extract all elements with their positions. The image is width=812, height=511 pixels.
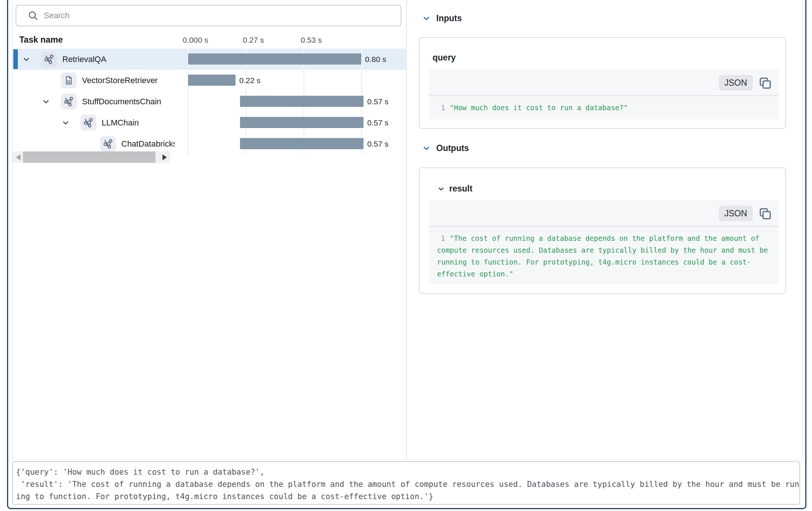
search-input[interactable] (44, 11, 378, 20)
task-row-llmchain[interactable]: LLMChain 0.57 s (13, 112, 407, 133)
inputs-section-header[interactable]: Inputs (422, 13, 462, 23)
chain-icon (80, 115, 96, 131)
line-number: 1 (437, 232, 445, 244)
document-icon (61, 72, 77, 88)
search-icon (27, 10, 39, 21)
result-field-label: result (449, 184, 473, 194)
scrollbar-thumb[interactable] (23, 151, 155, 163)
duration-label: 0.57 s (367, 112, 388, 133)
duration-label: 0.22 s (239, 70, 260, 91)
horizontal-scrollbar[interactable] (13, 151, 170, 163)
chain-icon (41, 51, 57, 67)
raw-output-line: ing to function. For prototyping, t4g.mi… (16, 491, 796, 503)
copy-icon[interactable] (758, 206, 773, 221)
expand-chevron[interactable] (22, 55, 41, 63)
time-tick-2: 0.53 s (300, 36, 322, 45)
time-tick-1: 0.27 s (243, 36, 264, 45)
duration-label: 0.80 s (365, 49, 386, 70)
chevron-down-icon (422, 14, 431, 23)
trace-viewer-panel: Task name 0.000 s 0.27 s 0.53 s (12, 0, 803, 459)
gantt-bar (240, 96, 364, 107)
task-name: ChatDatabricks (121, 139, 175, 149)
inputs-title: Inputs (436, 13, 462, 23)
task-rows: RetrievalQA 0.80 s VectorStoreRetriever … (13, 49, 407, 154)
task-name-column-header: Task name (19, 35, 63, 45)
json-format-button[interactable]: JSON (719, 75, 753, 91)
expand-chevron[interactable] (41, 98, 61, 106)
raw-output-line: 'result': 'The cost of running a databas… (16, 478, 796, 491)
task-name: VectorStoreRetriever (82, 76, 158, 85)
chain-icon (100, 136, 116, 152)
gantt-bar (188, 75, 236, 86)
duration-label: 0.57 s (367, 133, 388, 154)
task-name: LLMChain (102, 118, 139, 128)
scroll-left-arrow-icon[interactable] (16, 154, 20, 160)
result-field-header[interactable]: result (437, 184, 473, 194)
scroll-right-arrow-icon[interactable] (162, 154, 167, 160)
task-row-stuffdocumentschain[interactable]: StuffDocumentsChain 0.57 s (13, 91, 407, 112)
task-name: RetrievalQA (62, 55, 106, 64)
copy-icon[interactable] (758, 76, 773, 91)
task-tree-pane: Task name 0.000 s 0.27 s 0.53 s (13, 0, 407, 459)
gantt-bar (188, 53, 361, 65)
inputs-card: query JSON 1"How much does it cost to ru… (419, 37, 786, 129)
outputs-section-header[interactable]: Outputs (422, 143, 469, 153)
task-name: StuffDocumentsChain (82, 97, 161, 107)
result-code-block: JSON 1"The cost of running a database de… (429, 200, 779, 284)
result-json-value: "The cost of running a database depends … (437, 234, 768, 278)
json-format-button[interactable]: JSON (719, 206, 753, 221)
query-field-label: query (433, 53, 456, 63)
task-row-vectorstoreretriever[interactable]: VectorStoreRetriever 0.22 s (13, 70, 407, 91)
span-detail-pane: Inputs query JSON 1"How much does it cos… (408, 0, 802, 459)
expand-chevron[interactable] (61, 119, 80, 127)
line-number: 1 (437, 102, 445, 114)
search-box[interactable] (16, 5, 401, 26)
raw-output-line: {'query': 'How much does it cost to run … (16, 466, 796, 478)
outputs-card: result JSON 1"The cost of running a data… (419, 167, 786, 294)
chain-icon (61, 94, 77, 109)
gantt-bar (240, 138, 364, 149)
chevron-down-icon (437, 185, 445, 193)
chevron-down-icon (422, 144, 431, 153)
time-tick-0: 0.000 s (183, 36, 208, 45)
outputs-title: Outputs (436, 143, 469, 153)
query-code-block: JSON 1"How much does it cost to run a da… (429, 69, 779, 119)
gantt-bar (240, 117, 364, 128)
query-json-value: "How much does it cost to run a database… (450, 104, 628, 112)
task-row-retrievalqa[interactable]: RetrievalQA 0.80 s (13, 49, 407, 70)
raw-output-box: {'query': 'How much does it cost to run … (12, 461, 800, 505)
duration-label: 0.57 s (367, 91, 388, 112)
